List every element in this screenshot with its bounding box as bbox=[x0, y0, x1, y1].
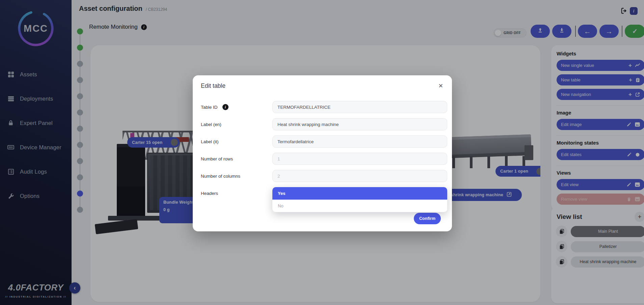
edit-table-form: Table ID i Label (en) Label (it) Number … bbox=[193, 90, 452, 199]
dropdown-option-yes[interactable]: Yes bbox=[272, 187, 447, 200]
confirm-button[interactable]: Confirm bbox=[414, 213, 441, 224]
table-id-input[interactable] bbox=[272, 101, 447, 113]
field-label: Headers bbox=[201, 191, 272, 196]
number-of-columns-input[interactable] bbox=[272, 170, 447, 182]
form-row-number-of-rows: Number of rows bbox=[201, 153, 447, 165]
form-row-number-of-columns: Number of columns bbox=[201, 170, 447, 182]
app-root: MCC Assets Deployments Expert Panel bbox=[0, 0, 644, 305]
field-label: Table ID i bbox=[201, 104, 272, 110]
form-row-headers: Headers Yes No bbox=[201, 187, 447, 199]
label-it-input[interactable] bbox=[272, 135, 447, 148]
field-label: Label (en) bbox=[201, 122, 272, 127]
field-label: Label (it) bbox=[201, 139, 272, 144]
form-row-label-it: Label (it) bbox=[201, 135, 447, 148]
modal-title: Edit table bbox=[201, 82, 225, 90]
info-icon[interactable]: i bbox=[222, 104, 229, 110]
label-en-input[interactable] bbox=[272, 118, 447, 130]
dropdown-option-no[interactable]: No bbox=[272, 200, 447, 212]
field-label: Number of columns bbox=[201, 174, 272, 179]
headers-dropdown: Yes No bbox=[272, 187, 447, 212]
form-row-table-id: Table ID i bbox=[201, 101, 447, 113]
field-label: Number of rows bbox=[201, 156, 272, 161]
edit-table-modal: Edit table ✕ Table ID i Label (en) Label… bbox=[193, 75, 452, 231]
close-icon[interactable]: ✕ bbox=[438, 83, 443, 89]
number-of-rows-input[interactable] bbox=[272, 153, 447, 165]
form-row-label-en: Label (en) bbox=[201, 118, 447, 130]
